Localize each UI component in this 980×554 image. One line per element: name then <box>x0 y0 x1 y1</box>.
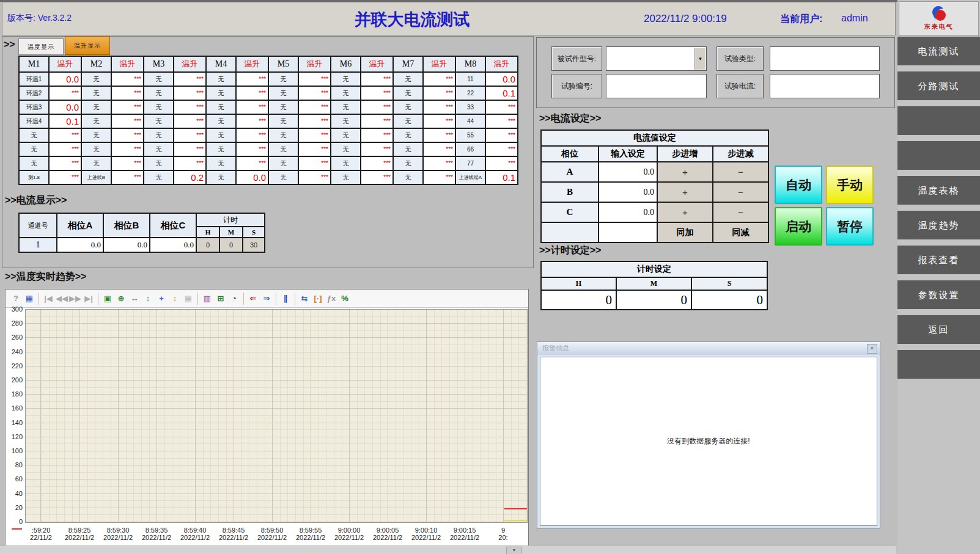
test-no-label: 试验编号: <box>551 74 602 98</box>
clock-icon[interactable]: ◔ <box>227 292 241 305</box>
range-icon[interactable]: [·] <box>311 292 325 305</box>
current-user-label: 当前用户: <box>780 13 822 26</box>
phase-a-value: 0.0 <box>57 238 103 252</box>
step-increase-button[interactable]: + <box>657 162 713 182</box>
sidebar-item-temp-trend[interactable]: 温度趋势 <box>897 211 980 239</box>
test-no-input[interactable] <box>606 74 707 98</box>
channel-label: 无 <box>206 100 236 114</box>
percent-icon[interactable]: % <box>338 292 352 305</box>
temp-rise-value: *** <box>423 142 455 156</box>
temp-rise-value: *** <box>485 114 518 128</box>
sidebar-item-report-view[interactable]: 报表查看 <box>897 246 980 274</box>
channel-label: 环温1 <box>19 72 49 86</box>
phase-set-input[interactable]: 0.0 <box>599 202 657 222</box>
channel-label: 无 <box>393 156 423 170</box>
last-page-icon[interactable]: ▶| <box>82 292 95 305</box>
pan-icon[interactable]: + <box>155 292 168 305</box>
help-icon[interactable]: ? <box>9 292 23 305</box>
sidebar-item-param-settings[interactable]: 参数设置 <box>897 280 980 309</box>
temp-rise-value: *** <box>174 128 206 142</box>
zoom-horizontal-icon[interactable]: ↔ <box>128 292 141 305</box>
grid-disabled-icon[interactable]: ▦ <box>182 292 195 305</box>
test-type-input[interactable] <box>770 46 880 71</box>
timer-header: 计时 <box>196 213 265 227</box>
sidebar-item-blank-1[interactable] <box>897 106 980 135</box>
manual-button[interactable]: 手动 <box>826 166 874 204</box>
pause-icon[interactable]: ∥ <box>279 292 292 305</box>
temp-rise-value: 0.0 <box>485 72 518 86</box>
channel-label: 66 <box>455 142 485 156</box>
bottom-scroll-strip[interactable]: ▼ <box>0 545 896 554</box>
channel-label: 无 <box>393 142 423 156</box>
step-increase-button[interactable]: + <box>657 182 713 202</box>
scroll-chart-right-icon[interactable]: ⇒ <box>260 292 273 305</box>
trend-section-title: >>温度实时趋势>> <box>5 271 86 283</box>
close-icon[interactable]: × <box>867 344 877 354</box>
channel-label: 无 <box>331 142 361 156</box>
fx-icon[interactable]: ƒx <box>325 292 338 305</box>
scale-ruler-icon[interactable]: ↕ <box>168 292 182 305</box>
timer-set-input[interactable]: 0 <box>616 290 691 310</box>
channel-label: 无 <box>144 128 174 142</box>
tab-rise-display[interactable]: 温升显示 <box>65 36 110 55</box>
sidebar-item-current-test[interactable]: 电流测试 <box>897 37 980 65</box>
all-decrease-button[interactable]: 同减 <box>713 222 768 242</box>
channel-label: 无 <box>331 156 361 170</box>
phase-set-input[interactable]: 0.0 <box>599 182 657 202</box>
test-current-input[interactable] <box>770 74 880 98</box>
timer-set-input[interactable]: 0 <box>541 290 616 310</box>
alarm-titlebar[interactable]: 报警信息 × <box>537 342 880 355</box>
current-set-col-header: 相位 <box>541 146 599 162</box>
temp-rise-col-header: 温升 <box>298 56 331 72</box>
step-decrease-button[interactable]: − <box>713 162 768 182</box>
zoom-vertical-icon[interactable]: ↕ <box>141 292 155 305</box>
temp-rise-value: *** <box>298 72 331 86</box>
timer-set-input[interactable]: 0 <box>691 290 767 310</box>
sidebar-item-blank-2[interactable] <box>897 141 980 170</box>
scroll-down-icon[interactable]: ▼ <box>506 547 522 554</box>
first-page-icon[interactable]: |◀ <box>42 292 55 305</box>
sidebar-item-blank-3[interactable] <box>897 350 980 379</box>
auto-button[interactable]: 自动 <box>775 166 822 204</box>
sidebar-item-back[interactable]: 返回 <box>897 315 980 344</box>
temp-rise-value: *** <box>361 100 393 114</box>
dut-model-combobox[interactable]: ▼ <box>606 46 707 71</box>
transfer-icon[interactable]: ⇆ <box>298 292 311 305</box>
temp-rise-value: *** <box>49 128 81 142</box>
version-caption: 版本号: <box>7 13 35 23</box>
step-decrease-button[interactable]: − <box>713 202 768 222</box>
pause-button[interactable]: 暂停 <box>826 207 874 246</box>
phase-c-header: 相位C <box>150 213 196 238</box>
chart-plot-area[interactable] <box>25 309 528 523</box>
all-increase-button[interactable]: 同加 <box>657 222 713 242</box>
scroll-chart-left-icon[interactable]: ⇐ <box>246 292 260 305</box>
add-grid-icon[interactable]: ⊞ <box>214 292 227 305</box>
channel-label: 无 <box>393 100 423 114</box>
channel-label: 无 <box>81 72 111 86</box>
zoom-in-icon[interactable]: ⊕ <box>114 292 128 305</box>
current-set-col-header: 步进增 <box>657 146 713 162</box>
timer-set-table: 计时设定HMS000 <box>540 261 768 310</box>
step-decrease-button[interactable]: − <box>713 182 768 202</box>
channel-label: 无 <box>268 142 298 156</box>
start-button[interactable]: 启动 <box>775 207 822 246</box>
current-set-title: >>电流设定>> <box>539 112 601 125</box>
zoom-box-icon[interactable]: ▣ <box>101 292 114 305</box>
phase-set-input[interactable]: 0.0 <box>599 162 657 182</box>
channel-label: 测1.8 <box>19 170 49 184</box>
report-icon[interactable]: ▦ <box>23 292 36 305</box>
tab-temp-display[interactable]: 温度显示 <box>18 38 64 55</box>
channel-label: 无 <box>206 86 236 100</box>
split-view-icon[interactable]: ▥ <box>201 292 214 305</box>
forward-icon[interactable]: ▶▶ <box>68 292 82 305</box>
temp-rise-value: 0.1 <box>485 170 518 184</box>
temp-rise-value: *** <box>298 156 331 170</box>
channel-label: 无 <box>268 128 298 142</box>
rewind-icon[interactable]: ◀◀ <box>55 292 68 305</box>
chart-toolbar: ?▦|◀◀◀▶▶▶|▣⊕↔↕+↕▦▥⊞◔⇐⇒∥⇆[·]ƒx% <box>6 290 528 308</box>
sidebar-item-temp-table[interactable]: 温度表格 <box>897 176 980 205</box>
chevron-down-icon[interactable]: ▼ <box>694 48 706 70</box>
sidebar-item-branch-test[interactable]: 分路测试 <box>897 71 980 100</box>
temp-rise-value: *** <box>423 72 455 86</box>
step-increase-button[interactable]: + <box>657 202 713 222</box>
